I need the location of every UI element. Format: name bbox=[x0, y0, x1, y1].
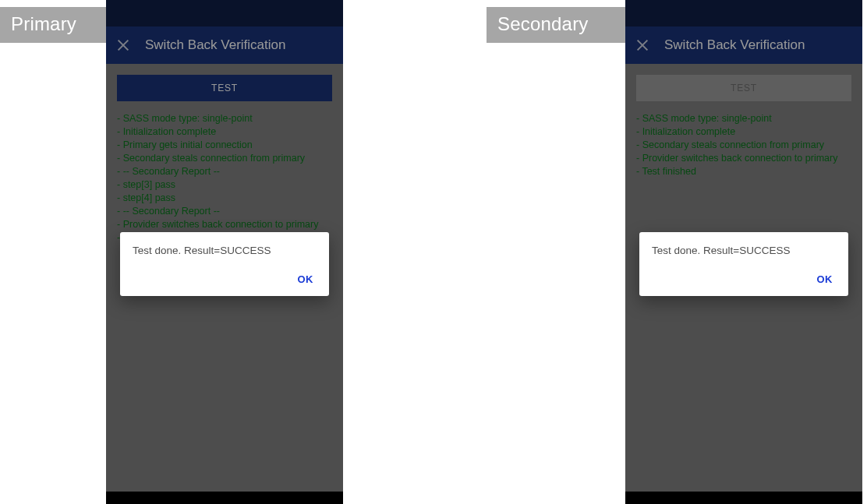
dialog-ok-button[interactable]: OK bbox=[295, 269, 317, 290]
navigation-bar bbox=[625, 492, 862, 504]
status-bar bbox=[625, 0, 862, 26]
log-line: SASS mode type: single-point bbox=[636, 112, 851, 125]
log-line: -- Secondary Report -- bbox=[117, 205, 332, 218]
title-bar: Switch Back Verification bbox=[106, 26, 343, 64]
screen-title: Switch Back Verification bbox=[664, 37, 805, 53]
log-line: Initialization complete bbox=[117, 125, 332, 139]
log-line: -- Secondary Report -- bbox=[117, 165, 332, 178]
screen-title: Switch Back Verification bbox=[145, 37, 285, 53]
panel-label-secondary: Secondary bbox=[487, 7, 625, 43]
secondary-device: Switch Back Verification TEST SASS mode … bbox=[625, 0, 862, 504]
log-line: SASS mode type: single-point bbox=[117, 112, 332, 125]
result-dialog: Test done. Result=SUCCESS OK bbox=[120, 232, 329, 296]
dialog-message: Test done. Result=SUCCESS bbox=[652, 245, 836, 256]
test-button[interactable]: TEST bbox=[117, 75, 332, 101]
log-line: step[3] pass bbox=[117, 178, 332, 192]
title-bar: Switch Back Verification bbox=[625, 26, 862, 64]
log-line: Provider switches back connection to pri… bbox=[636, 152, 851, 165]
close-icon[interactable] bbox=[636, 39, 649, 51]
panel-label-primary: Primary bbox=[0, 7, 106, 43]
test-button[interactable]: TEST bbox=[636, 75, 851, 101]
log-output: SASS mode type: single-pointInitializati… bbox=[636, 112, 851, 178]
log-line: step[4] pass bbox=[117, 192, 332, 205]
dialog-message: Test done. Result=SUCCESS bbox=[133, 245, 317, 256]
status-bar bbox=[106, 0, 343, 26]
log-output: SASS mode type: single-pointInitializati… bbox=[117, 112, 332, 245]
log-line: Provider switches back connection to pri… bbox=[117, 218, 332, 231]
log-line: Primary gets initial connection bbox=[117, 139, 332, 152]
log-line: Secondary steals connection from primary bbox=[636, 139, 851, 152]
result-dialog: Test done. Result=SUCCESS OK bbox=[639, 232, 848, 296]
log-line: Initialization complete bbox=[636, 125, 851, 139]
close-icon[interactable] bbox=[117, 39, 129, 51]
navigation-bar bbox=[106, 492, 343, 504]
dialog-ok-button[interactable]: OK bbox=[814, 269, 837, 290]
log-line: Secondary steals connection from primary bbox=[117, 152, 332, 165]
primary-device: Switch Back Verification TEST SASS mode … bbox=[106, 0, 343, 504]
log-line: Test finished bbox=[636, 165, 851, 178]
